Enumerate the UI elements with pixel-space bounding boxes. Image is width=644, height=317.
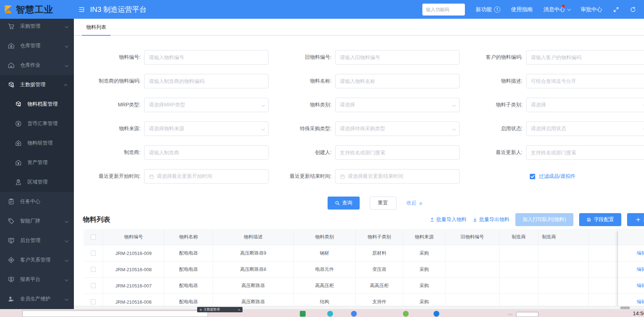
cell-code: JRM-210516-009	[103, 245, 164, 261]
taskbar-icon-teal[interactable]	[327, 311, 333, 317]
sidebar-item-warehouse-ops[interactable]: 仓库作业	[0, 56, 74, 75]
filter-field-material-name: 物料名称:	[268, 74, 459, 88]
field-label: 最近更新结束时间:	[268, 173, 332, 180]
row-checkbox[interactable]	[91, 251, 96, 256]
sidebar-item-task-center[interactable]: 任务中心	[0, 192, 74, 211]
sidebar-item-label: 资产管理	[27, 159, 48, 166]
sidebar-item-smart-plate[interactable]: 智能厂牌	[0, 211, 74, 231]
filter-row: 物料编号:旧物料编号:客户的物料编码:	[77, 50, 644, 65]
sidebar-item-material-archive-mgmt[interactable]: 物料档案管理	[0, 94, 74, 114]
query-button-label: 查询	[342, 200, 352, 206]
collapse-menu-icon[interactable]	[78, 6, 85, 13]
cell-category: 钢材	[294, 245, 356, 261]
sidebar-item-currency-rate-mgmt[interactable]: 货币汇率管理	[0, 114, 74, 133]
nav-approval-center[interactable]: 审批中心	[581, 6, 602, 13]
nav-new-feature[interactable]: 新功能 !	[476, 6, 500, 13]
chevron-down-icon	[567, 7, 571, 11]
batch-import-link[interactable]: 批量导入物料	[430, 216, 467, 223]
manufacturer-material-code-input[interactable]	[144, 74, 268, 88]
last-updater-input-box[interactable]	[531, 150, 644, 155]
refresh-icon[interactable]	[630, 6, 636, 13]
manufacturer-input[interactable]	[144, 145, 268, 160]
collapse-filters-link[interactable]: 收起	[407, 200, 423, 206]
cell-desc: 高压断路器9	[213, 245, 294, 261]
edit-link[interactable]: 编辑	[637, 282, 644, 289]
sidebar-item-asset-mgmt[interactable]: 资产管理	[0, 153, 74, 172]
taskbar-tray-pill[interactable]	[516, 312, 538, 317]
material-code-input[interactable]	[144, 50, 268, 65]
pinned-operation-column: 操作 编辑 查看BOM信息 编辑 查看BOM信息 编辑 查看BOM信息 编辑 查…	[618, 229, 644, 309]
reset-button[interactable]: 重置	[370, 197, 396, 210]
batch-export-link[interactable]: 批量导出物料	[472, 216, 510, 223]
customer-material-code-input[interactable]	[526, 50, 644, 65]
create-material-button[interactable]: 新建物料	[627, 213, 644, 226]
select-all-checkbox[interactable]	[91, 234, 96, 239]
taskbar-icon-darkblue[interactable]	[434, 311, 439, 317]
update-start-time-picker[interactable]: 请选择最近更新开始时间	[144, 169, 268, 184]
material-desc-input-box[interactable]	[531, 78, 644, 84]
field-label: 制造商的物料编码:	[77, 78, 141, 84]
row-checkbox-cell	[84, 261, 103, 277]
old-material-code-input-box[interactable]	[340, 54, 455, 60]
creator-input[interactable]	[335, 145, 459, 160]
material-source-select[interactable]: 请选择物料来源	[144, 122, 268, 136]
sidebar-item-purchase-mgmt[interactable]: 采购管理	[0, 19, 74, 36]
row-checkbox[interactable]	[91, 267, 96, 272]
material-name-input-box[interactable]	[340, 78, 455, 84]
add-print-queue-button[interactable]: 加入打印队列(物料)	[515, 213, 573, 226]
row-checkbox[interactable]	[91, 283, 96, 288]
sidebar-item-master-data-mgmt[interactable]: 主数据管理	[0, 75, 74, 94]
fullscreen-icon[interactable]	[613, 6, 619, 13]
row-checkbox[interactable]	[91, 299, 96, 304]
material-name-input[interactable]	[335, 74, 459, 88]
sidebar-item-warehouse-mgmt[interactable]: 仓库管理	[0, 36, 74, 56]
customer-material-code-input-box[interactable]	[531, 54, 644, 60]
taskbar-icon-blue[interactable]	[351, 311, 357, 317]
creator-input-box[interactable]	[340, 150, 455, 155]
background-window[interactable]	[22, 311, 208, 317]
field-label: 物料类别:	[268, 102, 332, 108]
nav-user-guide[interactable]: 使用指南	[511, 6, 533, 13]
nav-message-center[interactable]: 消息中心	[543, 6, 570, 13]
sidebar-item-region-mgmt[interactable]: 区域管理	[0, 172, 74, 192]
edit-link[interactable]: 编辑	[637, 299, 644, 305]
edit-link[interactable]: 编辑	[637, 250, 644, 256]
horizontal-scrollbar-thumb[interactable]	[620, 307, 630, 309]
taskbar-icon-lightgreen[interactable]	[403, 311, 409, 317]
manufacturer-input-box[interactable]	[149, 150, 264, 155]
special-procurement-type-select[interactable]: 请选择特殊采购类型	[335, 122, 459, 136]
house-icon	[7, 62, 15, 69]
mrp-type-select[interactable]: 请选择MRP类型	[144, 98, 268, 112]
material-desc-input[interactable]	[526, 74, 644, 88]
manufacturer-material-code-input-box[interactable]	[149, 78, 264, 84]
enable-status-select[interactable]: 请选择启用状态	[526, 122, 644, 136]
tab-material-list[interactable]: 物料列表	[82, 19, 111, 36]
filter-row: MRP类型:请选择MRP类型物料类别:请选择物料子类别:请选择	[77, 98, 644, 112]
logo-icon	[4, 5, 13, 14]
material-code-input-box[interactable]	[149, 54, 264, 60]
old-material-code-input[interactable]	[335, 50, 459, 65]
taskbar-icon-green[interactable]	[300, 311, 306, 317]
query-button[interactable]: 查询	[328, 197, 360, 210]
material-category-select[interactable]: 请选择	[335, 98, 459, 112]
sidebar-item-material-group-mgmt[interactable]: 物料组管理	[0, 133, 74, 153]
sidebar-item-label: 客户关系管理	[20, 257, 50, 263]
material-subcategory-select[interactable]: 请选择	[526, 98, 644, 112]
function-code-input[interactable]	[422, 4, 465, 16]
sidebar-item-tpm[interactable]: 全员生产维护	[0, 289, 74, 309]
minimized-tab[interactable]: 主数据管理	[197, 307, 243, 312]
sidebar-item-crm[interactable]: 客户关系管理	[0, 250, 74, 270]
cell-category: 电器元件	[294, 261, 356, 277]
tag-icon	[7, 217, 15, 225]
field-config-button[interactable]: 字段配置	[579, 213, 621, 226]
filter-field-material-subcategory: 物料子类别:请选择	[459, 98, 644, 112]
last-updater-input[interactable]	[526, 145, 644, 160]
update-end-time-picker[interactable]: 请选择最近更新结束时间	[335, 169, 459, 184]
sidebar-item-backend-mgmt[interactable]: 后台管理	[0, 231, 74, 250]
minimized-tab-label: 主数据管理	[204, 307, 220, 312]
upload-icon	[430, 217, 435, 222]
edit-link[interactable]: 编辑	[637, 266, 644, 273]
sidebar-item-report-platform[interactable]: 报表平台	[0, 270, 74, 289]
filter-finished-virtual-checkbox[interactable]: 过滤成品/虚拟件	[530, 173, 576, 180]
checkbox-checked-icon[interactable]	[530, 174, 535, 179]
